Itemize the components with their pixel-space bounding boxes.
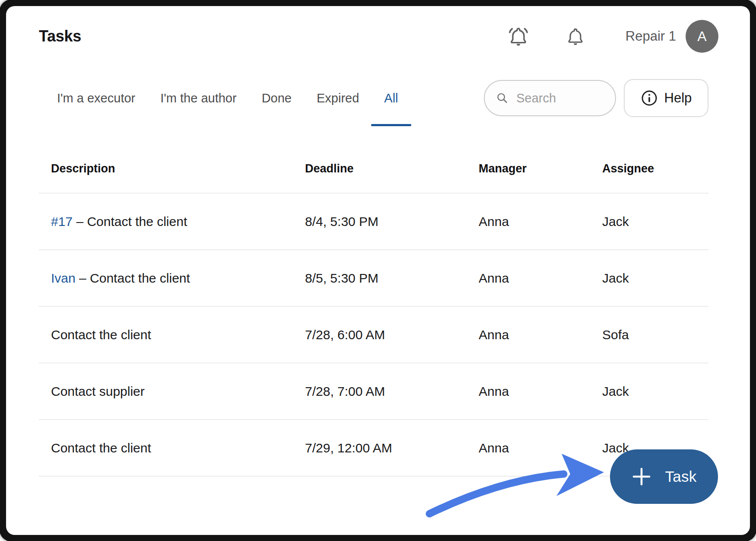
notifications-ringing-button[interactable] — [507, 25, 530, 48]
workspace-name[interactable]: Repair 1 — [626, 29, 676, 44]
tab-im-the-author[interactable]: I'm the author — [160, 91, 236, 105]
task-assignee: Jack — [602, 384, 708, 399]
bell-ringing-icon — [507, 25, 530, 48]
task-deadline: 7/28, 7:00 AM — [305, 384, 479, 399]
table-row[interactable]: Contact the client 7/28, 6:00 AM Anna So… — [39, 307, 708, 363]
page-title: Tasks — [39, 27, 81, 45]
add-task-label: Task — [665, 468, 697, 485]
tasks-table: Description Deadline Manager Assignee #1… — [39, 130, 708, 477]
column-assignee: Assignee — [602, 162, 708, 175]
task-deadline: 7/29, 12:00 AM — [305, 441, 479, 455]
task-id-link[interactable]: #17 — [51, 214, 73, 229]
column-manager: Manager — [479, 162, 602, 175]
task-description: – Contact the client — [73, 214, 187, 229]
tab-expired[interactable]: Expired — [317, 91, 359, 105]
table-row[interactable]: Contact supplier 7/28, 7:00 AM Anna Jack — [39, 363, 708, 420]
task-description: Contact the client — [51, 441, 151, 455]
task-description: – Contact the client — [76, 271, 190, 285]
filters-row: I'm a executor I'm the author Done Expir… — [6, 67, 750, 130]
avatar[interactable]: A — [686, 20, 718, 53]
task-assignee: Jack — [602, 214, 708, 229]
bell-icon — [565, 25, 586, 48]
top-bar: Tasks Repair 1 A — [6, 6, 750, 67]
add-task-button[interactable]: Task — [610, 449, 718, 504]
table-row[interactable]: Contact the client 7/29, 12:00 AM Anna J… — [39, 420, 708, 477]
tabs: I'm a executor I'm the author Done Expir… — [57, 91, 398, 105]
table-row[interactable]: Ivan – Contact the client 8/5, 5:30 PM A… — [39, 250, 708, 307]
screenshot-stage: Tasks Repair 1 A — [0, 0, 756, 541]
tab-im-a-executor[interactable]: I'm a executor — [57, 91, 135, 105]
task-deadline: 7/28, 6:00 AM — [305, 328, 479, 342]
app-window: Tasks Repair 1 A — [6, 6, 750, 535]
task-manager: Anna — [479, 214, 602, 229]
task-manager: Anna — [479, 328, 602, 342]
task-manager: Anna — [479, 384, 602, 399]
task-description: Contact supplier — [51, 384, 145, 398]
search-icon — [496, 90, 508, 106]
help-button[interactable]: Help — [624, 79, 708, 117]
task-id-link[interactable]: Ivan — [51, 271, 76, 285]
tab-done[interactable]: Done — [262, 91, 292, 105]
task-manager: Anna — [479, 441, 602, 455]
column-description: Description — [51, 162, 305, 175]
table-row[interactable]: #17 – Contact the client 8/4, 5:30 PM An… — [39, 194, 708, 250]
task-deadline: 8/5, 5:30 PM — [305, 271, 479, 286]
search-box[interactable] — [484, 80, 616, 116]
info-icon — [641, 89, 658, 107]
table-header: Description Deadline Manager Assignee — [39, 130, 708, 194]
task-assignee: Jack — [602, 271, 708, 286]
tab-all[interactable]: All — [384, 91, 398, 105]
task-assignee: Sofa — [602, 328, 708, 342]
help-label: Help — [664, 90, 692, 106]
task-manager: Anna — [479, 271, 602, 286]
top-right-cluster: Repair 1 A — [507, 20, 718, 53]
task-description: Contact the client — [51, 328, 151, 342]
column-deadline: Deadline — [305, 162, 479, 175]
notifications-button[interactable] — [565, 25, 586, 48]
plus-icon — [632, 467, 651, 487]
search-input[interactable] — [516, 91, 605, 105]
task-deadline: 8/4, 5:30 PM — [305, 214, 479, 229]
